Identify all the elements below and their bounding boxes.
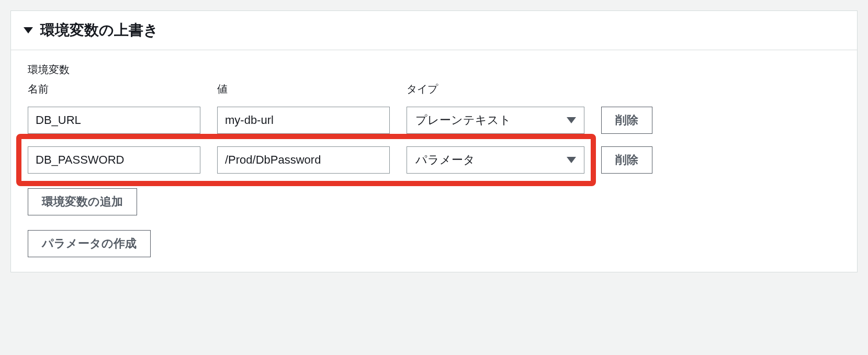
delete-button[interactable]: 削除: [601, 146, 652, 174]
type-select-value: プレーンテキスト: [407, 107, 584, 134]
column-header-name: 名前: [28, 82, 200, 96]
value-input[interactable]: [217, 146, 390, 174]
section-label: 環境変数: [28, 63, 840, 77]
type-select[interactable]: プレーンテキスト: [407, 107, 584, 134]
columns-header: 名前 値 タイプ: [28, 82, 840, 96]
rows-container: プレーンテキスト 削除 パラメータ 削除: [28, 100, 840, 180]
value-input[interactable]: [217, 107, 390, 134]
env-override-panel: 環境変数の上書き 環境変数 名前 値 タイプ プレーンテキスト 削除: [10, 10, 858, 272]
create-parameter-button[interactable]: パラメータの作成: [28, 230, 151, 257]
delete-button[interactable]: 削除: [601, 107, 652, 134]
add-env-var-button[interactable]: 環境変数の追加: [28, 188, 137, 215]
env-var-row: プレーンテキスト 削除: [28, 100, 840, 140]
caret-down-icon: [24, 27, 33, 33]
column-header-type: タイプ: [407, 82, 584, 96]
name-input[interactable]: [28, 107, 200, 134]
name-input[interactable]: [28, 146, 200, 174]
type-select-value: パラメータ: [407, 146, 584, 174]
env-var-row: パラメータ 削除: [28, 140, 840, 180]
create-param-row: パラメータの作成: [28, 230, 840, 257]
panel-body: 環境変数 名前 値 タイプ プレーンテキスト 削除 パラメータ: [11, 50, 857, 272]
type-select[interactable]: パラメータ: [407, 146, 584, 174]
add-button-row: 環境変数の追加: [28, 188, 840, 215]
panel-header[interactable]: 環境変数の上書き: [11, 11, 857, 50]
column-header-value: 値: [217, 82, 390, 96]
panel-title: 環境変数の上書き: [40, 20, 159, 40]
